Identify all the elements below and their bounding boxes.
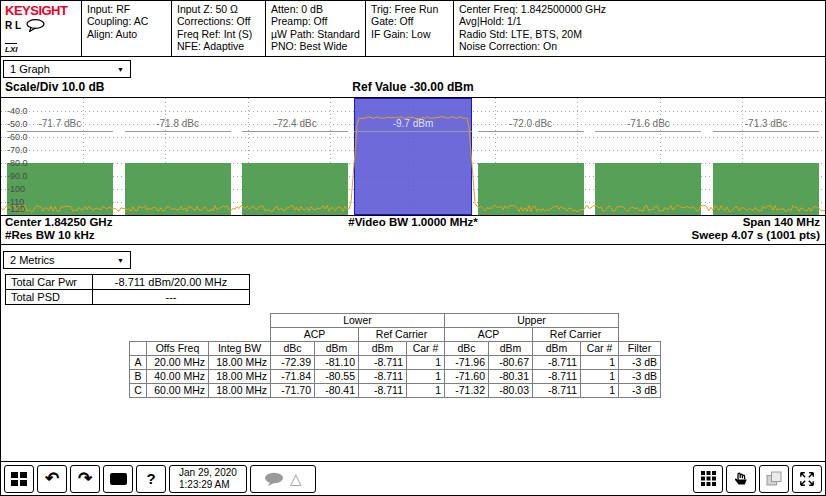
offset-dbc-label: -71.7 dBc: [18, 118, 102, 129]
status-line: Center Freq: 1.842500000 GHz: [459, 3, 820, 15]
message-bubble-icon: [264, 472, 284, 486]
spectrum-plot[interactable]: -71.7 dBc-71.8 dBc-72.4 dBc-9.7 dBm-72.0…: [1, 97, 825, 216]
status-line: Trig: Free Run: [371, 3, 448, 15]
fullscreen-button[interactable]: [792, 465, 822, 493]
analyzer-screen: KEYSIGHT R L LXI Input: RF Coupling: AC …: [0, 0, 826, 496]
header-input-column: Input: RF Coupling: AC Align: Auto: [81, 1, 171, 56]
ref-carrier-subheader: Ref Carrier: [359, 328, 445, 342]
upper-acp-dbm-cell: -80.67: [489, 356, 533, 370]
status-line: Freq Ref: Int (S): [177, 28, 260, 40]
filter-cell: -3 dB: [619, 370, 661, 384]
status-line: Input Z: 50 Ω: [177, 3, 260, 15]
ref-carrier-subheader: Ref Carrier: [533, 328, 619, 342]
col-header: Integ BW: [209, 342, 271, 356]
status-line: Avg|Hold: 1/1: [459, 15, 820, 27]
status-header: KEYSIGHT R L LXI Input: RF Coupling: AC …: [1, 1, 825, 57]
warning-triangle-icon: △: [290, 471, 302, 486]
bottom-toolbar: ↶ ↷ ? Jan 29, 2020 1:23:29 AM △: [1, 461, 825, 495]
layers-button[interactable]: [759, 465, 789, 493]
lower-car-num-cell: 1: [407, 370, 445, 384]
graph-view-selector[interactable]: 1 Graph ▼: [3, 60, 131, 78]
app-grid-icon: [701, 471, 716, 486]
lower-acp-dbc-cell: -72.39: [271, 356, 315, 370]
row-label: A: [130, 356, 147, 370]
offset-dbc-label: -72.0 dBc: [489, 118, 573, 129]
acp-column-header-row: Offs Freq Integ BW dBc dBm dBm Car # dBc…: [130, 342, 661, 356]
header-freq-column: Center Freq: 1.842500000 GHz Avg|Hold: 1…: [453, 1, 825, 56]
col-header: Car #: [581, 342, 619, 356]
upper-acp-dbm-cell: -80.03: [489, 384, 533, 398]
offset-dbc-label: -71.3 dBc: [724, 118, 808, 129]
help-button[interactable]: ?: [136, 465, 166, 493]
datetime-display[interactable]: Jan 29, 2020 1:23:29 AM: [169, 465, 247, 493]
row-label: C: [130, 384, 147, 398]
col-header: Filter: [619, 342, 661, 356]
y-axis-tick-label: -90.0: [7, 171, 28, 181]
app-grid-button[interactable]: [693, 465, 723, 493]
section-divider: [1, 244, 825, 245]
col-header: dBc: [271, 342, 315, 356]
status-line: Input: RF: [87, 3, 166, 15]
status-line: Corrections: Off: [177, 15, 260, 27]
acp-group-header-row: Lower Upper: [130, 314, 661, 328]
y-axis-tick-label: -60.0: [7, 132, 28, 142]
col-header: dBm: [359, 342, 407, 356]
offset-dbc-label: -71.6 dBc: [606, 118, 690, 129]
status-line: Preamp: Off: [271, 15, 360, 27]
lower-acp-dbc-cell: -71.84: [271, 370, 315, 384]
upper-acp-dbc-cell: -71.60: [445, 370, 489, 384]
metric-value: -8.711 dBm/20.00 MHz: [93, 275, 250, 290]
time-text: 1:23:29 AM: [179, 479, 237, 491]
integ-bw-cell: 18.00 MHz: [209, 356, 271, 370]
col-header: Car #: [407, 342, 445, 356]
acp-subheader: ACP: [271, 328, 359, 342]
offset-dbc-label: -71.8 dBc: [136, 118, 220, 129]
table-row: A 20.00 MHz 18.00 MHz -72.39 -81.10 -8.7…: [130, 356, 661, 370]
brand-block: KEYSIGHT R L LXI: [1, 1, 81, 56]
res-bw-annotation: #Res BW 10 kHz: [5, 229, 94, 242]
y-axis-tick-label: -80.0: [7, 158, 28, 168]
status-line: Coupling: AC: [87, 15, 166, 27]
lower-ref-dbm-cell: -8.711: [359, 370, 407, 384]
upper-ref-dbm-cell: -8.711: [533, 356, 581, 370]
integ-bw-cell: 18.00 MHz: [209, 370, 271, 384]
row-label: B: [130, 370, 147, 384]
redo-icon: ↷: [78, 470, 92, 487]
touch-hand-icon: [733, 471, 749, 487]
redo-button[interactable]: ↷: [70, 465, 100, 493]
window-layout-button[interactable]: [4, 465, 34, 493]
status-line: PNO: Best Wide: [271, 40, 360, 52]
lower-group-header: Lower: [271, 314, 445, 328]
screenshot-button[interactable]: [103, 465, 133, 493]
touch-mode-button[interactable]: [726, 465, 756, 493]
speech-bubble-icon[interactable]: [26, 19, 45, 32]
sweep-annotation: Sweep 4.07 s (1001 pts): [692, 229, 820, 242]
acp-subheader-row: ACP Ref Carrier ACP Ref Carrier: [130, 328, 661, 342]
metrics-table: Total Car Pwr -8.711 dBm/20.00 MHz Total…: [5, 274, 250, 305]
offs-freq-cell: 20.00 MHz: [147, 356, 209, 370]
graph-footer-row1: Center 1.84250 GHz #Video BW 1.0000 MHz*…: [1, 216, 825, 229]
trace-line: [1, 117, 825, 212]
chevron-down-icon: ▼: [117, 257, 124, 264]
upper-car-num-cell: 1: [581, 370, 619, 384]
col-header: dBc: [445, 342, 489, 356]
undo-button[interactable]: ↶: [37, 465, 67, 493]
y-axis-tick-label: -50.0: [7, 119, 28, 129]
table-row: C 60.00 MHz 18.00 MHz -71.70 -80.41 -8.7…: [130, 384, 661, 398]
date-text: Jan 29, 2020: [179, 467, 237, 479]
status-line: Align: Auto: [87, 28, 166, 40]
col-header: dBm: [533, 342, 581, 356]
upper-car-num-cell: 1: [581, 356, 619, 370]
lxi-logo: LXI: [5, 43, 17, 54]
display-icon: [110, 473, 127, 485]
table-row: B 40.00 MHz 18.00 MHz -71.84 -80.55 -8.7…: [130, 370, 661, 384]
upper-ref-dbm-cell: -8.711: [533, 384, 581, 398]
metric-value: ---: [93, 290, 250, 305]
lower-acp-dbc-cell: -71.70: [271, 384, 315, 398]
metrics-view-selector[interactable]: 2 Metrics ▼: [3, 251, 131, 269]
messages-button[interactable]: △: [250, 465, 316, 493]
lower-car-num-cell: 1: [407, 356, 445, 370]
window-icon: [11, 472, 27, 486]
filter-cell: -3 dB: [619, 384, 661, 398]
y-axis-tick-label: -100: [7, 184, 25, 194]
